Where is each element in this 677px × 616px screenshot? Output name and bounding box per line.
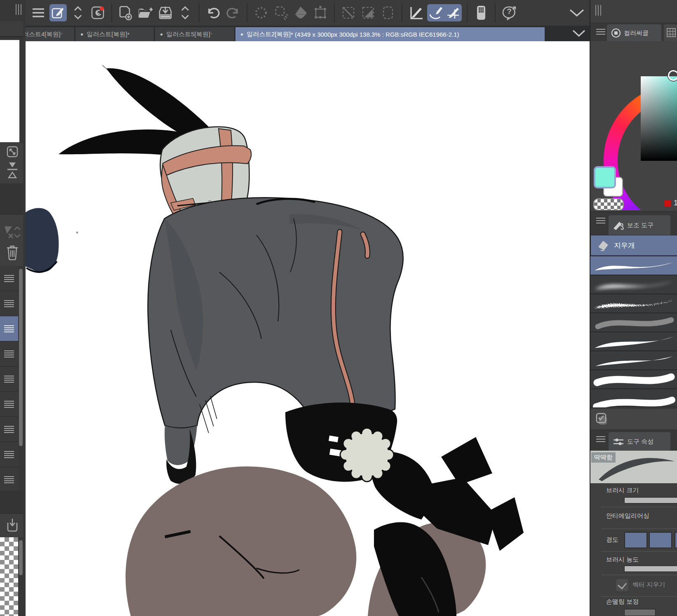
- rail-grip-handle[interactable]: [16, 4, 22, 15]
- rail-row-selected[interactable]: [0, 316, 18, 341]
- merge-layers-icon[interactable]: [6, 161, 19, 180]
- main-menu-icon[interactable]: [30, 4, 47, 21]
- left-toolbar-rail: [0, 0, 26, 616]
- tab-sub-tool[interactable]: 보조 도구: [609, 215, 670, 235]
- checkbox-stack-icon[interactable]: [595, 412, 609, 426]
- hardness-option-button[interactable]: [675, 532, 677, 548]
- foreground-color-swatch[interactable]: [594, 166, 616, 188]
- hardness-label: 경도: [606, 536, 618, 544]
- object-operation-tool-icon[interactable]: [49, 4, 67, 21]
- list-lines-icon: [4, 350, 14, 357]
- snap-to-guide-icon[interactable]: [444, 4, 462, 21]
- color-wheel-area: 1: [590, 41, 677, 210]
- snap-highlight-group: [427, 4, 462, 21]
- density-label: 브러시 농도: [606, 556, 639, 564]
- clip-studio-launcher-icon[interactable]: [89, 4, 106, 21]
- undo-icon[interactable]: [205, 4, 222, 21]
- rail-row[interactable]: [0, 442, 18, 467]
- rail-row[interactable]: [0, 417, 18, 442]
- save-file-icon[interactable]: [157, 4, 174, 21]
- rail-row[interactable]: [0, 392, 18, 417]
- eraser-subtool-item[interactable]: [590, 332, 677, 351]
- sv-square[interactable]: [641, 76, 677, 161]
- vector-edit-icon[interactable]: [3, 224, 21, 242]
- eraser-subtool-item-selected[interactable]: [590, 256, 677, 275]
- list-lines-icon: [4, 300, 14, 307]
- trash-icon[interactable]: [6, 244, 19, 260]
- tab-color-set-partial[interactable]: [664, 24, 677, 42]
- panel-grip-handle[interactable]: [595, 5, 602, 16]
- document-tab[interactable]: ● 일러스트5[복원]*: [155, 27, 234, 41]
- toolbar-divider: [111, 3, 112, 22]
- eraser-subtool-item-partial[interactable]: [590, 389, 677, 407]
- tab-list-chevron-icon[interactable]: [568, 26, 590, 41]
- redo-icon[interactable]: [224, 4, 242, 21]
- preview-hardness-tag: 딱딱함: [591, 452, 616, 463]
- auto-select-icon[interactable]: [252, 4, 270, 21]
- onscreen-keypad-icon[interactable]: [472, 4, 490, 21]
- eraser-subtool-item[interactable]: [590, 370, 677, 389]
- brush-size-label: 브러시 크기: [606, 487, 639, 494]
- fit-to-view-icon[interactable]: [7, 146, 18, 158]
- brush-size-slider[interactable]: [624, 497, 677, 503]
- toolbar-expand-chevrons-icon[interactable]: [69, 4, 87, 21]
- color-history-swatch[interactable]: [665, 200, 671, 207]
- document-tab[interactable]: 일러스트4[복원]*: [26, 27, 74, 41]
- new-canvas-icon[interactable]: [117, 4, 134, 21]
- rail-row[interactable]: [0, 341, 18, 367]
- rail-scrollbar[interactable]: [19, 269, 23, 446]
- eraser-subtool-item[interactable]: [590, 351, 677, 370]
- help-icon[interactable]: ?: [501, 4, 518, 21]
- figure-line-icon[interactable]: [340, 4, 357, 21]
- sv-selector[interactable]: [668, 70, 677, 81]
- collapsed-panel-strip: [0, 40, 19, 142]
- save-expand-chevrons-icon[interactable]: [176, 4, 194, 21]
- list-lines-icon: [4, 401, 14, 408]
- tab-document-info: (4349 x 3000px 300dpi 138.3% : RGB:sRGB …: [293, 31, 459, 38]
- document-tab[interactable]: ● 일러스트[복원]*: [75, 27, 154, 41]
- selection-launcher-icon[interactable]: [272, 4, 289, 21]
- vector-erase-label: 벡터 지우기: [632, 581, 665, 589]
- subtool-group-label: 지우개: [614, 241, 635, 250]
- tab-modified-asterisk: *: [61, 31, 63, 38]
- transparent-color-swatch[interactable]: [593, 198, 624, 210]
- document-tab-active[interactable]: ● 일러스트2[복원]* (4349 x 3000px 300dpi 138.3…: [235, 27, 545, 41]
- transform-icon[interactable]: [312, 4, 329, 21]
- rail-row[interactable]: [0, 467, 18, 492]
- panel-menu-icon[interactable]: [596, 29, 605, 35]
- drawing-canvas[interactable]: [26, 41, 590, 616]
- eraser-subtool-item[interactable]: [590, 275, 677, 294]
- toolbar-collapse-chevron-icon[interactable]: [568, 4, 585, 21]
- list-lines-icon: [4, 275, 14, 282]
- tab-label: 도구 속성: [627, 438, 653, 446]
- rail-row[interactable]: [0, 266, 18, 291]
- panel-menu-icon[interactable]: [596, 218, 605, 223]
- tab-tool-property[interactable]: 도구 속성: [609, 432, 670, 451]
- help-glyph: ?: [501, 7, 518, 16]
- vector-erase-checkbox[interactable]: [616, 579, 628, 591]
- eraser-subtool-item[interactable]: [590, 294, 677, 313]
- subtool-group-eraser[interactable]: 지우개: [590, 235, 677, 256]
- stabilize-slider[interactable]: [624, 609, 656, 616]
- eraser-subtool-item[interactable]: [590, 313, 677, 332]
- frame-border-icon[interactable]: [379, 4, 397, 21]
- list-lines-icon: [4, 376, 14, 383]
- tab-color-circle[interactable]: 컬러써클: [607, 24, 661, 42]
- transparent-color-strip[interactable]: [0, 537, 18, 616]
- density-slider[interactable]: [624, 566, 677, 572]
- snap-to-special-ruler-icon[interactable]: [427, 4, 444, 21]
- open-file-icon[interactable]: [137, 4, 154, 21]
- rail-row[interactable]: [0, 367, 18, 392]
- rail-row[interactable]: [0, 291, 18, 316]
- snap-to-ruler-icon[interactable]: [407, 4, 425, 21]
- hardness-option-button[interactable]: [624, 532, 647, 548]
- tool-property-body: 브러시 크기 안티에일리어싱 경도 브러시 농도 벡터 지우기 손떨림 보정: [590, 483, 677, 616]
- subtool-footer-bar: [590, 408, 677, 429]
- hardness-option-button[interactable]: [649, 532, 672, 548]
- fill-bucket-icon[interactable]: [292, 4, 309, 21]
- import-download-icon[interactable]: [7, 518, 18, 533]
- panel-menu-icon[interactable]: [596, 436, 605, 442]
- rail-scrollbar-bottom[interactable]: [19, 540, 23, 575]
- gradient-icon[interactable]: [360, 4, 377, 21]
- color-set-icon: [666, 28, 677, 38]
